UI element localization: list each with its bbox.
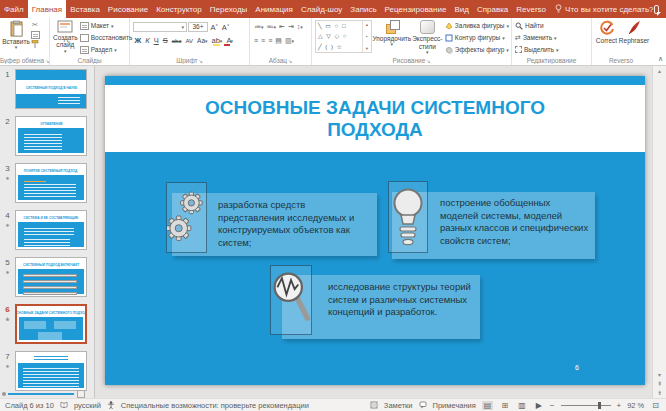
scroll-up-arrow-icon[interactable]: ▴ <box>658 67 661 76</box>
justify-button[interactable]: ▤ <box>274 36 283 46</box>
comment-bubble-icon[interactable] <box>654 5 660 14</box>
accessibility-note[interactable]: Специальные возможности: проверьте реком… <box>121 401 309 410</box>
vertical-scrollbar[interactable]: ▴ ▾ ⇞ ⇟ <box>652 66 666 398</box>
zoom-out-button[interactable]: − <box>550 401 555 410</box>
tab-animations[interactable]: Анимация <box>251 0 297 18</box>
replace-button[interactable]: ⇄ Заменить <box>515 32 559 43</box>
tab-design[interactable]: Конструктор <box>152 0 206 18</box>
slideshow-button[interactable]: ▶ <box>534 401 544 410</box>
accessibility-person-icon[interactable] <box>107 401 115 409</box>
dialog-launcher-icon[interactable]: ↘ <box>288 58 292 64</box>
find-button[interactable]: Найти <box>515 20 559 31</box>
thumbnail-slide-7[interactable]: 7★ <box>0 351 94 391</box>
pane-scrollbar[interactable] <box>8 393 74 395</box>
magnifier-icon[interactable] <box>270 265 312 335</box>
scroll-down-arrow-icon[interactable]: ▾ <box>658 371 661 380</box>
select-button[interactable]: Выделить <box>515 44 559 55</box>
next-slide-button[interactable]: ⇟ <box>657 389 662 398</box>
decrease-indent-button[interactable]: ⇤ <box>278 22 286 32</box>
notes-toggle[interactable]: Заметки <box>384 401 413 410</box>
language-indicator[interactable]: русский <box>74 401 101 410</box>
slide-canvas[interactable]: ОСНОВНЫЕ ЗАДАЧИ СИСТЕМНОГО ПОДХОДА разра… <box>105 76 645 385</box>
slide-title-placeholder[interactable]: ОСНОВНЫЕ ЗАДАЧИ СИСТЕМНОГО ПОДХОДА <box>105 85 645 152</box>
tab-draw[interactable]: Рисование <box>104 0 152 18</box>
dialog-launcher-icon[interactable]: ↘ <box>45 58 49 64</box>
font-color-button[interactable]: А <box>225 36 235 45</box>
shapes-scrollbar[interactable]: ▴▪▾ <box>362 21 371 52</box>
thumbnail-slide-2[interactable]: 2★ ОГЛАВЛЕНИЕ <box>0 116 94 156</box>
lightbulb-icon[interactable] <box>388 181 428 253</box>
correct-button[interactable]: Correct <box>595 20 618 56</box>
bold-button[interactable]: Ж <box>133 36 143 45</box>
slide-sorter-view-button[interactable]: ⊞ <box>499 401 510 410</box>
layout-button[interactable]: Макет <box>80 20 133 31</box>
collapse-ribbon-button chevron-up-icon[interactable]: ∧ <box>658 55 663 63</box>
spellcheck-book-icon[interactable] <box>60 401 68 409</box>
thumbnail-slide-3[interactable]: 3★ ПОНЯТИЕ СИСТЕМНЫЙ ПОДХОД <box>0 163 94 203</box>
character-spacing-button[interactable]: AV <box>184 38 195 44</box>
numbering-button[interactable]: ≕ <box>266 22 278 32</box>
thumbnail-slide-5[interactable]: 5★ СИСТЕМНЫЙ ПОДХОД ВКЛЮЧАЕТ <box>0 257 94 297</box>
slide-editor-area[interactable]: ОСНОВНЫЕ ЗАДАЧИ СИСТЕМНОГО ПОДХОДА разра… <box>95 66 652 398</box>
align-right-button[interactable]: ≡ <box>267 36 273 46</box>
tab-home[interactable]: Главная <box>28 0 66 18</box>
tab-view[interactable]: Вид <box>450 0 472 18</box>
zoom-slider-handle[interactable] <box>598 402 601 409</box>
shape-fill-button[interactable]: Заливка фигуры <box>445 20 509 31</box>
reset-button[interactable]: Восстановить <box>80 32 133 43</box>
font-size-combobox[interactable]: 36+ <box>188 22 208 32</box>
reading-view-button[interactable]: ▥ <box>516 401 528 410</box>
align-left-button[interactable]: ≡ <box>253 36 259 46</box>
pane-scroll-button[interactable] <box>77 390 85 398</box>
thumbnail-slide-1[interactable]: 1★ СИСТЕМНЫЙ ПОДХОД В НАУКЕ <box>0 69 94 109</box>
thumbnail-slide-4[interactable]: 4★ СИСТЕМА И ЕЕ СОСТАВЛЯЮЩИЕ <box>0 210 94 250</box>
format-painter-button format-painter-icon[interactable] <box>31 40 39 48</box>
shapes-gallery[interactable]: ╲ ▭ ○ □ △ ▽ ◇ ○ ╱ ( ) ☆ ▴▪▾ <box>315 20 372 53</box>
fit-to-window-button[interactable]: ⊡ <box>650 401 661 410</box>
zoom-level[interactable]: 92 % <box>627 401 644 410</box>
tab-reverso[interactable]: Reverso <box>512 0 550 18</box>
new-slide-button[interactable]: Создать слайд <box>53 20 78 56</box>
highlight-color-button[interactable]: ab <box>210 36 224 45</box>
zoom-in-button[interactable]: + <box>617 401 622 410</box>
columns-button[interactable]: ▥ <box>284 36 295 46</box>
italic-button[interactable]: К <box>144 36 151 45</box>
comments-toggle[interactable]: Примечания <box>433 401 476 410</box>
copy-button copy-icon[interactable] <box>31 31 40 39</box>
increase-indent-button[interactable]: ⇥ <box>287 22 295 32</box>
shape-effects-button[interactable]: Эффекты фигур <box>445 44 509 55</box>
shrink-font-button[interactable]: А˅ <box>220 22 230 32</box>
tab-insert[interactable]: Вставка <box>66 0 104 18</box>
tab-help[interactable]: Справка <box>473 0 512 18</box>
slide-thumbnail-panel[interactable]: 1★ СИСТЕМНЫЙ ПОДХОД В НАУКЕ 2★ ОГЛАВЛЕНИ… <box>0 66 95 398</box>
zoom-slider[interactable] <box>561 405 611 406</box>
cut-button scissors-icon[interactable]: ✂ <box>31 20 40 30</box>
tab-transitions[interactable]: Переходы <box>206 0 252 18</box>
line-spacing-button[interactable]: ↕ <box>296 22 304 32</box>
dialog-launcher-icon[interactable]: ↘ <box>199 58 203 64</box>
change-case-button[interactable]: Аа <box>195 37 209 44</box>
align-center-button[interactable]: ≡ <box>260 36 266 46</box>
font-name-combobox[interactable] <box>133 22 187 32</box>
strikethrough-button[interactable]: S <box>161 36 169 45</box>
rephraser-button[interactable]: Rephraser <box>620 20 648 56</box>
clear-formatting-button[interactable]: abc <box>170 38 183 44</box>
underline-button[interactable]: Ч <box>152 36 160 45</box>
section-button[interactable]: Раздел <box>80 44 133 55</box>
previous-slide-button[interactable]: ⇞ <box>657 380 662 389</box>
tab-record[interactable]: Запись <box>346 0 380 18</box>
gears-icon[interactable] <box>166 182 207 253</box>
shape-outline-button[interactable]: Контур фигуры <box>445 32 509 43</box>
tell-me-search[interactable]: Что вы хотите сделать? <box>555 0 653 18</box>
paste-button[interactable]: Вставить <box>3 20 29 56</box>
thumbnail-slide-6-selected[interactable]: 6★ ОСНОВНЫЕ ЗАДАЧИ СИСТЕМНОГО ПОДХОДА <box>0 304 94 344</box>
tab-file[interactable]: Файл <box>0 0 28 18</box>
arrange-button[interactable]: Упорядочить <box>374 20 410 56</box>
bullets-button[interactable]: ≔ <box>253 22 265 32</box>
quick-styles-button[interactable]: Экспресс-стили <box>412 20 443 56</box>
tab-slideshow[interactable]: Слайд-шоу <box>297 0 346 18</box>
grow-font-button[interactable]: А˄ <box>209 22 219 32</box>
normal-view-button[interactable]: ▤ <box>482 401 494 410</box>
tab-review[interactable]: Рецензирование <box>381 0 451 18</box>
dialog-launcher-icon[interactable]: ↘ <box>426 58 430 64</box>
